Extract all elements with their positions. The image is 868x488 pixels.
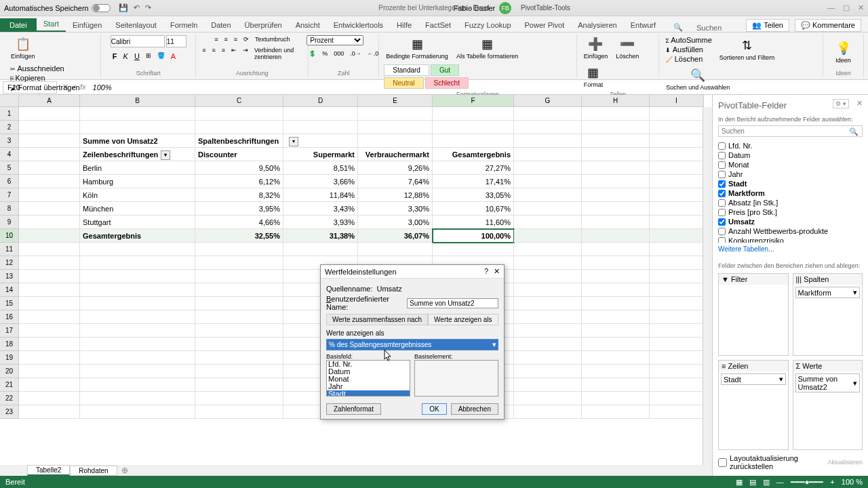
cond-format-button[interactable]: ▦Bedingte Formatierung — [383, 35, 451, 61]
bold-button[interactable]: F — [111, 52, 119, 61]
undo-icon[interactable]: ↶ — [134, 3, 140, 12]
sort-filter-button[interactable]: ⇅Sortieren und Filtern — [717, 37, 778, 62]
tab-ansicht[interactable]: Ansicht — [289, 18, 327, 32]
tab-ueberpruefen[interactable]: Überprüfen — [238, 18, 289, 32]
tab-fuzzy[interactable]: Fuzzy Lookup — [458, 18, 517, 32]
group-cells: Zellen — [610, 89, 627, 95]
comma-button[interactable]: 000 — [332, 49, 346, 58]
contextual-tools-label: PivotTable-Tools — [521, 4, 570, 12]
orientation[interactable]: ⟳ — [241, 35, 251, 43]
tab-seitenlayout[interactable]: Seitenlayout — [108, 18, 163, 32]
autosum-button[interactable]: Σ AutoSumme — [663, 35, 714, 45]
align-right[interactable]: ≡ — [220, 46, 227, 61]
file-tab[interactable]: Datei — [0, 18, 37, 32]
comments-button[interactable]: 💬 Kommentare — [795, 19, 861, 32]
number-format[interactable]: Prozent — [307, 35, 363, 45]
group-number: Zahl — [338, 68, 350, 77]
align-mid[interactable]: ≡ — [222, 35, 229, 43]
percent-button[interactable]: % — [320, 49, 330, 58]
tab-einfuegen[interactable]: Einfügen — [66, 18, 108, 32]
copy-button[interactable]: ⎘ Kopieren — [8, 73, 82, 83]
minimize-icon[interactable]: — — [827, 3, 835, 12]
dec-dec[interactable]: ←.0 — [366, 49, 381, 58]
tab-powerpivot[interactable]: Power Pivot — [518, 18, 572, 32]
ideas-button[interactable]: 💡Ideen — [833, 39, 854, 65]
document-title: Prozente bei Unterkategorien - Excel — [378, 4, 489, 12]
font-name[interactable] — [111, 35, 165, 47]
wrap-text[interactable]: Textumbruch — [253, 35, 292, 43]
tab-analysieren[interactable]: Analysieren — [571, 18, 623, 32]
indent-dec[interactable]: ⇤ — [229, 46, 239, 61]
format-painter-button[interactable]: 🖌 Format übertragen — [8, 83, 82, 92]
border-button[interactable]: ⊞ — [144, 52, 153, 61]
fill-color-button[interactable]: 🪣 — [155, 52, 167, 61]
share-button[interactable]: 👥 Teilen — [746, 19, 789, 32]
italic-button[interactable]: K — [121, 52, 130, 61]
redo-icon[interactable]: ↷ — [145, 3, 151, 12]
tab-hilfe[interactable]: Hilfe — [390, 18, 418, 32]
style-standard[interactable]: Standard — [384, 64, 429, 76]
group-ideas: Ideen — [835, 68, 851, 77]
tab-entwurf[interactable]: Entwurf — [624, 18, 663, 32]
style-gut[interactable]: Gut — [431, 64, 459, 76]
paste-button[interactable]: 📋Einfügen — [8, 35, 38, 61]
cut-button[interactable]: ✂ Ausschneiden — [8, 64, 82, 73]
save-icon[interactable]: 💾 — [119, 3, 128, 12]
format-table-button[interactable]: ▦Als Tabelle formatieren — [454, 35, 521, 61]
font-color-button[interactable]: A — [169, 52, 178, 61]
clear-button[interactable]: 🧹 Löschen — [663, 54, 714, 64]
merge-cells[interactable]: Verbinden und zentrieren — [252, 46, 304, 61]
close-icon[interactable]: ✕ — [858, 3, 864, 12]
group-align: Ausrichtung — [236, 68, 269, 77]
insert-cells[interactable]: ➕Einfügen — [581, 35, 611, 61]
align-bot[interactable]: ≡ — [232, 35, 239, 43]
tab-formeln[interactable]: Formeln — [163, 18, 204, 32]
currency-button[interactable]: 💲 — [307, 49, 318, 58]
align-center[interactable]: ≡ — [210, 46, 218, 61]
align-left[interactable]: ≡ — [200, 46, 208, 61]
tab-entwicklertools[interactable]: Entwicklertools — [327, 18, 390, 32]
delete-cells[interactable]: ➖Löschen — [613, 35, 642, 61]
underline-button[interactable]: U — [132, 52, 142, 61]
search-label[interactable]: Suchen — [696, 24, 722, 32]
font-size[interactable] — [166, 35, 186, 47]
autosave-label: Automatisches Speichern — [4, 4, 89, 12]
group-font: Schriftart — [136, 68, 161, 77]
style-schlecht[interactable]: Schlecht — [425, 77, 469, 89]
find-button[interactable]: 🔍Suchen und Auswählen — [663, 66, 732, 92]
maximize-icon[interactable]: ▢ — [843, 3, 850, 12]
format-cells[interactable]: ▦Format — [581, 64, 606, 89]
indent-inc[interactable]: ⇥ — [241, 46, 250, 61]
autosave-toggle[interactable] — [92, 4, 111, 12]
align-top[interactable]: ≡ — [212, 35, 220, 43]
tab-daten[interactable]: Daten — [204, 18, 237, 32]
tab-factset[interactable]: FactSet — [418, 18, 458, 32]
style-neutral[interactable]: Neutral — [384, 77, 423, 89]
group-styles: Formatvorlagen — [456, 89, 499, 95]
user-avatar[interactable]: FB — [499, 2, 511, 14]
dec-inc[interactable]: .0→ — [348, 49, 363, 58]
fill-button[interactable]: ⬇ Ausfüllen — [663, 45, 714, 54]
tab-start[interactable]: Start — [37, 17, 66, 32]
